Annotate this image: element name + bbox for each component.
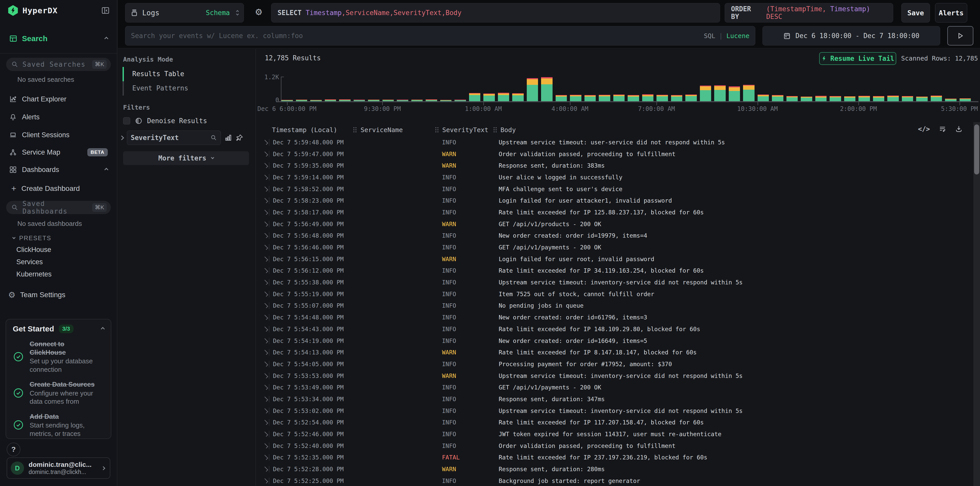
expand-row-icon[interactable] — [263, 175, 268, 180]
expand-row-icon[interactable] — [263, 151, 268, 157]
sidebar-item-dashboards[interactable]: Dashboards — [9, 163, 108, 176]
log-row[interactable]: Dec 7 5:52:46.000 PMINFOJWT token expire… — [257, 428, 972, 440]
resume-live-tail-button[interactable]: Resume Live Tail — [819, 52, 896, 65]
chart-bar[interactable] — [859, 96, 870, 101]
preset-services[interactable]: Services — [16, 258, 43, 266]
expand-row-icon[interactable] — [263, 443, 268, 448]
scrollbar[interactable] — [974, 122, 980, 486]
date-range-picker[interactable]: Dec 6 18:00:00 - Dec 7 18:00:00 — [762, 26, 940, 46]
expand-row-icon[interactable] — [263, 257, 268, 262]
denoise-label[interactable]: Denoise Results — [147, 117, 207, 125]
expand-row-icon[interactable] — [263, 280, 268, 285]
expand-row-icon[interactable] — [263, 373, 268, 378]
create-dashboard-button[interactable]: + Create Dashboard — [11, 183, 80, 193]
sidebar-item-client-sessions[interactable]: Client Sessions — [9, 128, 108, 142]
log-row[interactable]: Dec 7 5:52:40.000 PMINFOOrder validation… — [257, 440, 972, 452]
chart-bars[interactable] — [282, 76, 974, 101]
chart-bar[interactable] — [599, 95, 610, 101]
download-icon[interactable] — [955, 125, 963, 133]
log-row[interactable]: Dec 7 5:55:38.000 PMINFOUpstream service… — [257, 276, 972, 288]
chart-bar[interactable] — [642, 94, 654, 101]
text-wrap-icon[interactable] — [939, 125, 946, 133]
alerts-button[interactable]: Alerts — [935, 3, 967, 22]
lucene-mode-toggle[interactable]: Lucene — [727, 32, 749, 40]
sql-mode-toggle[interactable]: SQL — [704, 32, 715, 40]
expand-row-icon[interactable] — [263, 455, 268, 460]
column-header-body[interactable]: Body — [501, 126, 516, 134]
expand-row-icon[interactable] — [263, 397, 268, 402]
chart-bar[interactable] — [671, 95, 682, 101]
get-started-step[interactable]: Create Data Sources Configure where your… — [13, 380, 104, 406]
mode-results-table[interactable]: Results Table — [132, 70, 185, 78]
chart-bar[interactable] — [902, 96, 913, 101]
chart-bar[interactable] — [512, 93, 524, 101]
chart-bar[interactable] — [700, 86, 711, 101]
log-row[interactable]: Dec 7 5:56:12.000 PMINFORate limit excee… — [257, 265, 972, 277]
chart-bar[interactable] — [916, 97, 928, 101]
source-settings-gear-icon[interactable]: ⚙ — [255, 8, 262, 16]
chart-bar[interactable] — [786, 96, 798, 101]
expand-row-icon[interactable] — [263, 245, 268, 250]
drag-handle-icon[interactable] — [493, 127, 495, 133]
column-header-timestamp[interactable]: Timestamp (Local) — [272, 126, 337, 134]
sidebar-item-service-map[interactable]: Service Map BETA — [9, 146, 108, 159]
log-row[interactable]: Dec 7 5:54:43.000 PMINFORate limit excee… — [257, 323, 972, 335]
chart-bar[interactable] — [729, 86, 740, 101]
preset-kubernetes[interactable]: Kubernetes — [16, 270, 52, 278]
chart-bar[interactable] — [844, 96, 856, 101]
chart-bar[interactable] — [931, 96, 942, 101]
expand-row-icon[interactable] — [263, 408, 268, 413]
help-button[interactable]: ? — [6, 443, 21, 456]
chevron-up-icon[interactable] — [105, 167, 108, 172]
expand-row-icon[interactable] — [263, 467, 268, 472]
chart-bar[interactable] — [613, 94, 625, 101]
collapse-sidebar-icon[interactable] — [101, 6, 110, 15]
log-row[interactable]: Dec 7 5:54:48.000 PMINFONew order create… — [257, 311, 972, 323]
chevron-right-icon[interactable] — [119, 135, 124, 140]
log-row[interactable]: Dec 7 5:54:05.000 PMINFOProcessing payme… — [257, 358, 972, 370]
chart-bar[interactable] — [657, 95, 668, 101]
expand-row-icon[interactable] — [263, 478, 268, 483]
log-row[interactable]: Dec 7 5:54:13.000 PMWARNRate limit excee… — [257, 346, 972, 358]
search-icon[interactable] — [210, 134, 217, 141]
expand-row-icon[interactable] — [263, 210, 268, 215]
order-by-input[interactable]: ORDER BY (TimestampTime, Timestamp) DESC — [725, 3, 893, 22]
chart-bar[interactable] — [887, 96, 899, 101]
log-row[interactable]: Dec 7 5:52:54.000 PMINFORate limit excee… — [257, 417, 972, 429]
select-clause-input[interactable]: SELECT Timestamp,ServiceName,SeverityTex… — [271, 3, 720, 22]
chart-bar[interactable] — [830, 96, 841, 101]
expand-row-icon[interactable] — [263, 163, 268, 168]
chart-bar[interactable] — [801, 97, 812, 101]
sidebar-item-chart-explorer[interactable]: Chart Explorer — [9, 92, 108, 106]
log-row[interactable]: Dec 7 5:58:52.000 PMINFOMFA challenge se… — [257, 183, 972, 195]
log-row[interactable]: Dec 7 5:59:48.000 PMINFOUpstream service… — [257, 137, 972, 148]
chart-bar[interactable] — [873, 96, 885, 101]
chart-bar[interactable] — [815, 96, 827, 101]
chart-bar[interactable] — [959, 98, 971, 101]
get-started-step[interactable]: Add Data Start sending logs, metrics, or… — [13, 413, 104, 438]
source-selector[interactable]: Logs Schema — [125, 3, 244, 22]
chart-bar[interactable] — [325, 99, 336, 101]
bar-chart-icon[interactable] — [224, 134, 232, 142]
chart-bar[interactable] — [743, 85, 754, 101]
column-header-severitytext[interactable]: SeverityText — [442, 126, 488, 134]
chart-bar[interactable] — [628, 95, 639, 101]
sidebar-item-search[interactable]: Search — [9, 32, 108, 45]
log-row[interactable]: Dec 7 5:52:35.000 PMFATALRate limit exce… — [257, 452, 972, 464]
chart-bar[interactable] — [757, 94, 769, 101]
log-row[interactable]: Dec 7 5:56:15.000 PMWARNLogin failed for… — [257, 253, 972, 265]
log-row[interactable]: Dec 7 5:52:25.000 PMINFOBackground job s… — [257, 475, 972, 486]
expand-row-icon[interactable] — [263, 350, 268, 355]
log-row[interactable]: Dec 7 5:56:49.000 PMWARNGET /api/v1/prod… — [257, 218, 972, 230]
chevron-up-icon[interactable] — [101, 327, 105, 331]
chart-bar[interactable] — [469, 93, 480, 101]
chart-bar[interactable] — [945, 99, 956, 101]
log-row[interactable]: Dec 7 5:53:53.000 PMWARNUpstream service… — [257, 370, 972, 382]
saved-dashboards-input[interactable]: Saved Dashboards ⌘K — [6, 201, 111, 214]
expand-row-icon[interactable] — [263, 420, 268, 425]
chart-bar[interactable] — [714, 85, 726, 101]
denoise-checkbox[interactable] — [123, 117, 130, 124]
sidebar-item-alerts[interactable]: Alerts — [9, 110, 108, 124]
log-row[interactable]: Dec 7 5:59:47.000 PMWARNOrder validation… — [257, 148, 972, 160]
more-filters-button[interactable]: More filters — [123, 151, 249, 165]
